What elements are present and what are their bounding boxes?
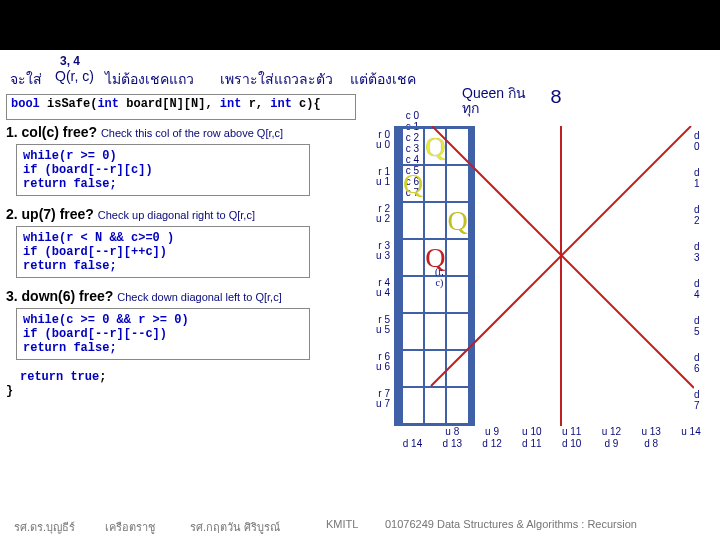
code-2: while(r < N && c>=0 ) if (board[--r][++c… [16, 226, 310, 278]
header-qrc: Q(r, c) [55, 68, 94, 84]
header-q1: จะใส่ [10, 68, 42, 90]
queen-1-3: Q [402, 165, 424, 202]
code-1: while(r >= 0) if (board[--r][c]) return … [16, 144, 310, 196]
close-brace: } [6, 384, 346, 398]
header-q2: ไม่ต้องเชคแถว [105, 68, 194, 90]
header-row: 3, 4 จะใส่ Q(r, c) ไม่ต้องเชคแถว เพราะใส… [0, 58, 720, 88]
signature-box: bool isSafe(int board[N][N], int r, int … [6, 94, 356, 120]
header-q4: แต่ต้องเชค [350, 68, 416, 90]
title-bar [0, 0, 720, 50]
return-stmt: return true; [20, 370, 346, 384]
queen-2-5: Q [446, 202, 468, 239]
queen-note: Queen กินทุก [462, 86, 526, 117]
header-num: 3, 4 [60, 54, 80, 68]
header-q3: เพราะใส่แถวละตัว [220, 68, 333, 90]
d-labels-right: d 0d 1d 2d 3 d 4d 5d 6d 7 [694, 130, 700, 426]
code-3: while(c >= 0 && r >= 0) if (board[--r][-… [16, 308, 310, 360]
queen-num: 8 [550, 86, 562, 109]
row-labels: r 0u 0 r 1u 1 r 2u 2 r 3u 3 r 4u 4 r 5u … [360, 130, 392, 426]
queen-0-4: Q [424, 128, 446, 165]
chess-board: Q Q Q Q(r, c) [394, 126, 475, 426]
step-2: 2. up(7) free? Check up diagonal right t… [6, 206, 346, 278]
step-3: 3. down(6) free? Check down diagonal lef… [6, 288, 346, 360]
queen-3-4: Q(r, c) [424, 239, 446, 276]
step-1: 1. col(c) free? Check this col of the ro… [6, 124, 346, 196]
left-panel: 1. col(c) free? Check this col of the ro… [6, 124, 346, 398]
d-labels-bottom: d 14 u 8d 13 u 9d 12 u 10d 11 u 11d 10 u… [394, 426, 709, 450]
